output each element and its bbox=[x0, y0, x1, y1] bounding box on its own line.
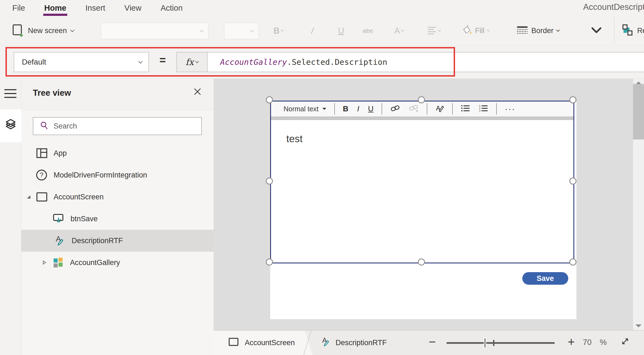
fill-button[interactable]: Fill bbox=[461, 16, 489, 46]
fit-to-window-button[interactable] bbox=[620, 337, 630, 347]
active-tab-underline bbox=[43, 14, 68, 16]
canvas-vertical-scrollbar[interactable] bbox=[633, 79, 644, 330]
property-dropdown[interactable]: Default bbox=[14, 52, 149, 72]
rte-unlink-button[interactable] bbox=[409, 104, 419, 113]
formula-input[interactable]: AccountGallery.Selected.Description bbox=[208, 53, 644, 72]
screen-icon bbox=[228, 337, 239, 348]
font-color-button[interactable]: A bbox=[394, 16, 404, 46]
tree-item-label: AccountGallery bbox=[70, 258, 120, 267]
rte-underline-label: U bbox=[368, 104, 374, 113]
resize-handle-middle-left[interactable] bbox=[266, 178, 273, 185]
font-color-label: A bbox=[394, 26, 400, 36]
rte-link-button[interactable] bbox=[390, 104, 400, 113]
align-icon bbox=[427, 26, 437, 36]
scroll-down-icon[interactable] bbox=[636, 324, 642, 327]
resize-handle-bottom-right[interactable] bbox=[569, 258, 576, 266]
reorder-button[interactable]: Re bbox=[621, 16, 644, 46]
fx-icon: fx bbox=[186, 57, 194, 67]
tree-item-accountscreen[interactable]: AccountScreen bbox=[21, 186, 214, 208]
main-area: Tree view App ? bbox=[0, 79, 644, 355]
rte-numbered-list-button[interactable]: 123 bbox=[479, 104, 488, 113]
svg-text:?: ? bbox=[40, 171, 43, 179]
menu-view-label: View bbox=[124, 4, 141, 12]
scrollbar-thumb[interactable] bbox=[633, 84, 644, 139]
expander-collapsed-icon[interactable] bbox=[42, 258, 46, 267]
chevron-down-icon bbox=[200, 28, 204, 32]
close-icon bbox=[193, 92, 202, 97]
zoom-slider-track[interactable] bbox=[447, 342, 555, 344]
resize-handle-middle-right[interactable] bbox=[569, 178, 576, 185]
rte-more-button[interactable]: ··· bbox=[505, 104, 515, 114]
resize-handle-bottom-left[interactable] bbox=[266, 258, 273, 266]
rte-bold-label: B bbox=[343, 104, 348, 113]
tree-item-app[interactable]: App bbox=[21, 142, 214, 164]
fill-label: Fill bbox=[475, 27, 485, 35]
breadcrumb-control[interactable]: A DescriptionRTF bbox=[320, 331, 387, 355]
resize-handle-top-left[interactable] bbox=[266, 96, 273, 103]
menu-view[interactable]: View bbox=[124, 4, 141, 13]
bold-button[interactable]: B bbox=[273, 16, 283, 46]
richtext-editor-control[interactable]: Normal text B I U bbox=[270, 101, 574, 263]
tree-item-btnsave[interactable]: btnSave bbox=[21, 208, 214, 230]
reorder-icon bbox=[621, 24, 634, 38]
strikethrough-button[interactable]: abc bbox=[363, 16, 373, 46]
tree-view-title: Tree view bbox=[33, 88, 71, 98]
breadcrumb-screen[interactable]: AccountScreen bbox=[214, 331, 313, 355]
expander-expanded-icon[interactable] bbox=[26, 193, 31, 201]
chevron-down-icon bbox=[556, 28, 560, 32]
rte-italic-button[interactable]: I bbox=[357, 104, 359, 113]
menu-action-label: Action bbox=[161, 4, 183, 12]
border-button[interactable]: Border bbox=[517, 16, 559, 46]
toolbar-divider bbox=[427, 103, 427, 115]
property-dropdown-value: Default bbox=[22, 58, 46, 66]
expand-ribbon-button[interactable] bbox=[591, 16, 602, 46]
button-control-icon bbox=[53, 213, 65, 225]
rte-highlight-button[interactable]: A bbox=[435, 104, 444, 114]
close-button[interactable] bbox=[193, 87, 202, 97]
italic-button[interactable]: I bbox=[311, 16, 314, 46]
tree-items: App ? ModelDrivenFormIntegration Account… bbox=[21, 142, 214, 273]
app-screen-artboard[interactable]: Normal text B I U bbox=[270, 101, 576, 319]
menu-home[interactable]: Home bbox=[44, 4, 66, 13]
border-icon bbox=[517, 26, 528, 36]
search-input[interactable] bbox=[54, 122, 185, 130]
rte-bold-button[interactable]: B bbox=[343, 104, 348, 113]
underline-label: U bbox=[338, 26, 344, 36]
tree-item-accountgallery[interactable]: AccountGallery bbox=[21, 252, 214, 273]
zoom-slider-thumb[interactable] bbox=[484, 337, 486, 348]
save-button[interactable]: Save bbox=[522, 272, 568, 285]
text-style-dropdown[interactable]: Normal text bbox=[284, 105, 326, 113]
alignment-button[interactable] bbox=[427, 16, 441, 46]
tree-item-descriptionrtf[interactable]: A DescriptionRTF bbox=[21, 230, 214, 252]
rte-bullet-list-button[interactable] bbox=[461, 104, 470, 113]
new-screen-button[interactable]: New screen bbox=[11, 16, 74, 46]
menu-action[interactable]: Action bbox=[161, 4, 183, 13]
formula-bar: Default = fx AccountGallery.Selected.Des… bbox=[0, 46, 644, 79]
rte-underline-button[interactable]: U bbox=[368, 104, 374, 113]
search-icon bbox=[40, 121, 49, 131]
zoom-in-button[interactable]: + bbox=[568, 335, 575, 349]
breadcrumb-control-label: DescriptionRTF bbox=[336, 339, 387, 347]
tree-view-rail-button[interactable] bbox=[0, 109, 21, 142]
tree-item-label: AccountScreen bbox=[54, 193, 104, 201]
hamburger-menu-icon[interactable] bbox=[4, 89, 16, 101]
font-size-dropdown[interactable] bbox=[224, 22, 259, 39]
chevron-down-bold-icon bbox=[591, 27, 602, 35]
resize-handle-top-right[interactable] bbox=[569, 96, 576, 103]
reorder-label: Re bbox=[637, 27, 644, 35]
expand-diagonal-icon bbox=[620, 342, 630, 347]
rte-scroll-strip bbox=[271, 117, 573, 120]
zoom-out-button[interactable]: − bbox=[429, 335, 436, 349]
tree-item-label: btnSave bbox=[71, 215, 98, 223]
tree-item-modeldrivenformintegration[interactable]: ? ModelDrivenFormIntegration bbox=[21, 164, 214, 186]
resize-handle-top-middle[interactable] bbox=[418, 96, 425, 103]
fx-dropdown[interactable]: fx bbox=[177, 53, 208, 72]
resize-handle-bottom-middle[interactable] bbox=[418, 258, 425, 266]
font-family-dropdown[interactable] bbox=[101, 22, 209, 39]
caret-down-icon bbox=[322, 108, 326, 110]
underline-button[interactable]: U bbox=[338, 16, 344, 46]
menu-file[interactable]: File bbox=[12, 4, 25, 13]
border-label: Border bbox=[531, 27, 553, 35]
rte-content-text[interactable]: test bbox=[271, 120, 573, 145]
menu-insert[interactable]: Insert bbox=[85, 4, 105, 13]
